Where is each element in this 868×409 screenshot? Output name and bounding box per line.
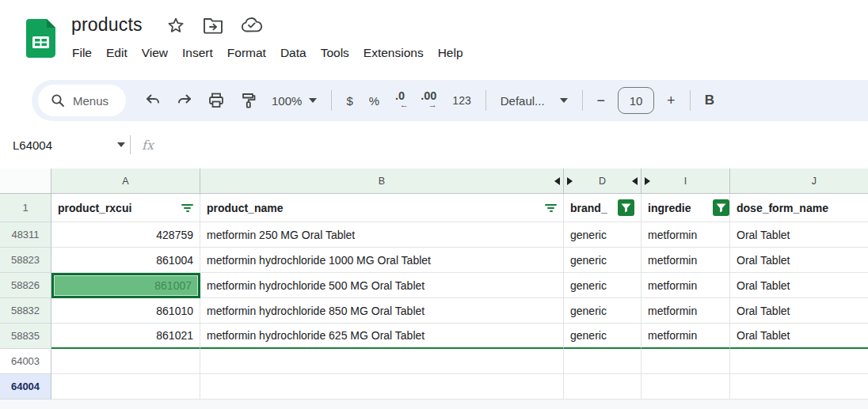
menu-help[interactable]: Help bbox=[431, 43, 470, 63]
number-format-button[interactable]: 123 bbox=[444, 86, 478, 115]
cell-ingredient[interactable]: metformin bbox=[641, 273, 730, 298]
header-cell-ingredient[interactable]: ingredie bbox=[641, 194, 730, 222]
star-icon[interactable] bbox=[166, 16, 185, 35]
empty-cell[interactable] bbox=[730, 349, 868, 374]
increase-font-size-button[interactable]: + bbox=[659, 86, 683, 115]
cell-dose-form[interactable]: Oral Tablet bbox=[730, 222, 868, 248]
empty-cell[interactable] bbox=[641, 349, 730, 374]
column-header-i[interactable]: I bbox=[641, 169, 730, 194]
empty-cell[interactable] bbox=[641, 374, 730, 400]
column-header-b[interactable]: B bbox=[200, 169, 564, 194]
cell-ingredient[interactable]: metformin bbox=[641, 248, 730, 273]
cell-ingredient[interactable]: metformin bbox=[641, 298, 730, 324]
expand-hidden-columns-icon[interactable] bbox=[645, 177, 650, 185]
header-cell-dose-form-name[interactable]: dose_form_name bbox=[730, 194, 868, 222]
empty-cell[interactable] bbox=[51, 374, 200, 400]
cell-dose-form[interactable]: Oral Tablet bbox=[730, 273, 868, 298]
row-header[interactable]: 58832 bbox=[0, 298, 51, 324]
cell-product-rxcui[interactable]: 861004 bbox=[51, 248, 200, 273]
cell-brand-name[interactable]: generic bbox=[564, 298, 641, 324]
active-filter-funnel-icon[interactable] bbox=[713, 199, 729, 216]
menu-insert[interactable]: Insert bbox=[175, 43, 220, 63]
row-header[interactable]: 48311 bbox=[0, 222, 51, 248]
font-name-value: Defaul... bbox=[501, 94, 545, 108]
empty-cell[interactable] bbox=[564, 374, 641, 400]
undo-button[interactable] bbox=[137, 86, 169, 115]
empty-cell[interactable] bbox=[200, 374, 564, 400]
increase-decimal-button[interactable]: .00 → bbox=[413, 86, 444, 115]
cell-product-rxcui[interactable]: 428759 bbox=[51, 222, 200, 248]
font-size-input[interactable]: 10 bbox=[618, 87, 654, 114]
sheets-logo-icon[interactable] bbox=[26, 19, 55, 58]
percent-label: % bbox=[369, 94, 379, 108]
menu-tools[interactable]: Tools bbox=[314, 43, 356, 63]
cell-product-name[interactable]: metformin hydrochloride 850 MG Oral Tabl… bbox=[200, 298, 564, 324]
cell-brand-name[interactable]: generic bbox=[564, 324, 641, 349]
filter-lines-icon[interactable] bbox=[181, 204, 193, 212]
row-number: 64004 bbox=[11, 381, 40, 392]
menu-edit[interactable]: Edit bbox=[99, 43, 135, 63]
header-cell-brand-name[interactable]: brand_ bbox=[564, 194, 641, 222]
cell-brand-name[interactable]: generic bbox=[564, 222, 641, 248]
cell-product-name[interactable]: metformin hydrochloride 625 MG Oral Tabl… bbox=[200, 324, 564, 349]
hidden-columns-left-icon[interactable] bbox=[632, 177, 638, 185]
select-all-corner[interactable] bbox=[0, 169, 51, 194]
header-cell-product-rxcui[interactable]: product_rxcui bbox=[51, 194, 200, 222]
zoom-select[interactable]: 100% bbox=[264, 94, 325, 108]
cell-product-name[interactable]: metformin hydrochloride 500 MG Oral Tabl… bbox=[200, 273, 564, 298]
active-filter-funnel-icon[interactable] bbox=[618, 199, 634, 216]
active-row-header[interactable]: 64004 bbox=[0, 374, 51, 400]
row-header[interactable]: 58823 bbox=[0, 248, 51, 273]
menu-data[interactable]: Data bbox=[273, 43, 314, 63]
cell-product-name[interactable]: metformin hydrochloride 1000 MG Oral Tab… bbox=[200, 248, 564, 273]
cell-product-name[interactable]: metformin 250 MG Oral Tablet bbox=[200, 222, 564, 248]
decrease-decimal-button[interactable]: .0 ← bbox=[387, 86, 413, 115]
font-select[interactable]: Defaul... bbox=[493, 94, 576, 108]
expand-hidden-columns-icon[interactable] bbox=[567, 177, 573, 185]
bold-button[interactable]: B bbox=[697, 86, 722, 115]
row-header[interactable]: 58826 bbox=[0, 273, 51, 298]
menu-view[interactable]: View bbox=[135, 43, 175, 63]
cell-product-rxcui[interactable]: 861021 bbox=[51, 324, 200, 349]
cell-product-rxcui[interactable]: 861010 bbox=[51, 298, 200, 324]
cell-dose-form[interactable]: Oral Tablet bbox=[730, 298, 868, 324]
name-box[interactable]: L64004 bbox=[0, 138, 125, 152]
redo-button[interactable] bbox=[169, 86, 200, 115]
column-header-j[interactable]: J bbox=[730, 169, 868, 194]
format-currency-button[interactable]: $ bbox=[338, 86, 360, 115]
document-title[interactable]: products bbox=[71, 14, 143, 36]
cell-ingredient[interactable]: metformin bbox=[641, 222, 730, 248]
paint-format-icon bbox=[240, 93, 256, 109]
cell-brand-name[interactable]: generic bbox=[564, 248, 641, 273]
empty-cell[interactable] bbox=[51, 349, 200, 374]
paint-format-button[interactable] bbox=[232, 86, 264, 115]
filter-lines-icon[interactable] bbox=[545, 204, 557, 212]
cloud-saved-icon[interactable] bbox=[241, 17, 263, 33]
menu-file[interactable]: File bbox=[65, 43, 99, 63]
column-header-d[interactable]: D bbox=[564, 169, 641, 194]
decrease-font-size-button[interactable]: − bbox=[589, 86, 614, 115]
cell-ingredient[interactable]: metformin bbox=[641, 324, 730, 349]
hidden-columns-left-icon[interactable] bbox=[554, 177, 560, 185]
menu-format[interactable]: Format bbox=[220, 43, 273, 63]
selected-cell-product-rxcui[interactable]: 861007 bbox=[51, 273, 200, 298]
header-cell-product-name[interactable]: product_name bbox=[200, 194, 564, 222]
cell-dose-form[interactable]: Oral Tablet bbox=[730, 324, 868, 349]
row-number: 58832 bbox=[11, 305, 40, 316]
number-format-label: 123 bbox=[452, 94, 470, 107]
move-to-folder-icon[interactable] bbox=[203, 17, 223, 34]
row-number: 64003 bbox=[11, 355, 40, 367]
empty-cell[interactable] bbox=[200, 349, 564, 374]
empty-cell[interactable] bbox=[730, 374, 868, 400]
cell-brand-name[interactable]: generic bbox=[564, 273, 641, 298]
row-header-1[interactable]: 1 bbox=[0, 194, 51, 222]
row-header[interactable]: 58835 bbox=[0, 324, 51, 349]
format-percent-button[interactable]: % bbox=[361, 86, 387, 115]
row-header[interactable]: 64003 bbox=[0, 349, 51, 374]
menus-search-button[interactable]: Menus bbox=[38, 85, 126, 116]
menu-extensions[interactable]: Extensions bbox=[356, 43, 431, 63]
empty-cell[interactable] bbox=[564, 349, 641, 374]
cell-dose-form[interactable]: Oral Tablet bbox=[730, 248, 868, 273]
column-header-a[interactable]: A bbox=[51, 169, 200, 194]
print-button[interactable] bbox=[200, 86, 232, 115]
